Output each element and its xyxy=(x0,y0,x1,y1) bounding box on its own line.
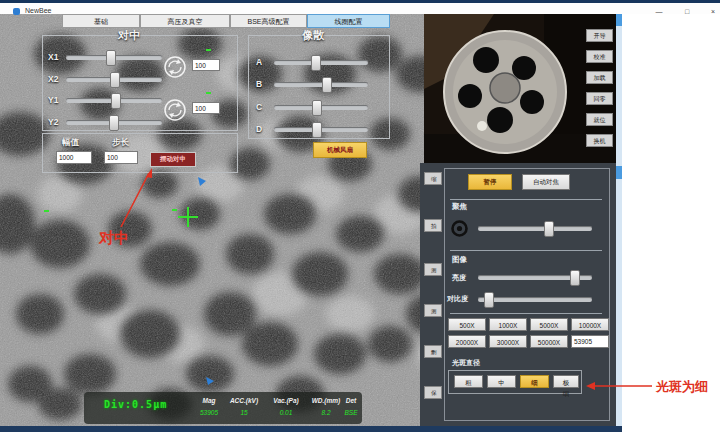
save-tool-button[interactable]: 保存 xyxy=(424,386,442,399)
amplitude-input[interactable] xyxy=(56,151,92,164)
astig-d-slider[interactable] xyxy=(274,127,368,132)
mag-20000x-button[interactable]: 20000X xyxy=(448,335,486,348)
astigmatism-group-title: 像散 xyxy=(302,28,324,43)
divider xyxy=(450,199,602,200)
mag-500x-button[interactable]: 500X xyxy=(448,318,486,331)
taskbar-strip xyxy=(0,426,622,432)
spot-coarse-button[interactable]: 粗 xyxy=(454,375,483,388)
window-title: NewBee xyxy=(25,7,51,14)
tab-hv-vacuum[interactable]: 高压及真空 xyxy=(140,14,230,28)
x1-slider[interactable] xyxy=(66,55,162,60)
divider xyxy=(450,250,602,251)
y1-label: Y1 xyxy=(48,95,58,105)
spot-medium-button[interactable]: 中 xyxy=(487,375,516,388)
centering-annotation-text: 对中 xyxy=(99,229,129,248)
image-section-label: 图像 xyxy=(452,255,467,265)
delete-tool-button[interactable]: 删除 xyxy=(424,345,442,358)
app-logo-icon xyxy=(13,8,20,15)
brightness-slider[interactable] xyxy=(478,275,592,280)
x2-slider[interactable] xyxy=(66,77,162,82)
spot-annotation-text: 光斑为细 xyxy=(656,378,708,396)
in-position-button[interactable]: 就位 xyxy=(586,113,613,126)
mag-5000x-button[interactable]: 5000X xyxy=(530,318,568,331)
centering-group-title: 对中 xyxy=(118,28,140,43)
det-value: BSE xyxy=(340,409,362,416)
mag-value: 53905 xyxy=(196,409,222,416)
centering-group xyxy=(42,35,238,131)
contrast-label: 对比度 xyxy=(447,294,468,304)
spot-size-label: 光斑直径 xyxy=(452,358,480,368)
screenshot-root: NewBee — □ × 基础 高压及真空 BSE高级配置 线圈配置 对中 X1… xyxy=(0,0,720,432)
astig-b-label: B xyxy=(256,79,262,89)
mag-30000x-button[interactable]: 30000X xyxy=(489,335,527,348)
focus-radio-icon[interactable] xyxy=(451,220,468,237)
astig-a-slider[interactable] xyxy=(274,60,368,65)
focus-slider[interactable] xyxy=(478,226,592,231)
measure-distance-tool-button[interactable]: 测距 xyxy=(424,263,442,276)
spot-fine-button[interactable]: 细 xyxy=(520,375,549,388)
wobble-centering-button[interactable]: 摆动对中 xyxy=(150,152,196,167)
load-button[interactable]: 加载 xyxy=(586,71,613,84)
exchange-button[interactable]: 换机 xyxy=(586,134,613,147)
det-column-header: Det xyxy=(340,397,362,404)
step-input[interactable] xyxy=(104,151,138,164)
wobble-rotate-icon-y[interactable] xyxy=(163,98,187,122)
y2-slider[interactable] xyxy=(66,120,162,125)
y-centering-value-input[interactable] xyxy=(192,102,220,114)
mag-column-header: Mag xyxy=(196,397,222,404)
scrollbar-thumb[interactable] xyxy=(616,14,622,26)
wobble-rotate-icon-x[interactable] xyxy=(163,55,187,79)
focus-label: 聚焦 xyxy=(452,202,467,212)
acc-value: 15 xyxy=(224,409,264,416)
tab-basic[interactable]: 基础 xyxy=(62,14,140,28)
home-zero-button[interactable]: 回零 xyxy=(586,92,613,105)
y2-label: Y2 xyxy=(48,117,58,127)
measure-angle-tool-button[interactable]: 测角 xyxy=(424,304,442,317)
tab-coil-config[interactable]: 线圈配置 xyxy=(307,14,390,28)
x-centering-value-input[interactable] xyxy=(192,59,220,71)
acc-column-header: ACC.(kV) xyxy=(224,397,264,404)
amplitude-label: 幅值 xyxy=(62,137,79,149)
mag-10000x-button[interactable]: 10000X xyxy=(571,318,609,331)
astig-a-label: A xyxy=(256,57,262,67)
mechanical-fan-button[interactable]: 机械风扇 xyxy=(313,142,367,158)
close-icon[interactable]: × xyxy=(702,6,720,17)
astig-d-label: D xyxy=(256,124,262,134)
astig-b-slider[interactable] xyxy=(274,82,368,87)
snapshot-tool-button[interactable]: 拍照 xyxy=(424,219,442,232)
spot-ultrafine-button[interactable]: 极细 xyxy=(553,375,579,388)
thumbnail-tool-button[interactable]: 缩略 xyxy=(424,172,442,185)
calibrate-button[interactable]: 校准 xyxy=(586,50,613,63)
minimize-icon[interactable]: — xyxy=(648,6,670,17)
mag-50000x-button[interactable]: 50000X xyxy=(530,335,568,348)
brightness-label: 亮度 xyxy=(452,273,466,283)
vac-value: 0.01 xyxy=(266,409,306,416)
magnification-value-input[interactable] xyxy=(571,335,609,348)
divider xyxy=(450,313,602,314)
contrast-slider[interactable] xyxy=(478,297,592,302)
vac-column-header: Vac.(Pa) xyxy=(266,397,306,404)
title-bar: NewBee — □ × xyxy=(0,3,720,14)
mag-1000x-button[interactable]: 1000X xyxy=(489,318,527,331)
autofocus-button[interactable]: 自动对焦 xyxy=(522,174,570,190)
step-label: 步长 xyxy=(112,137,129,149)
astig-c-label: C xyxy=(256,102,262,112)
scrollbar-thumb[interactable] xyxy=(616,166,622,179)
y1-slider[interactable] xyxy=(66,98,162,103)
scale-division-readout: Div:0.5μm xyxy=(104,399,167,410)
open-navigation-button[interactable]: 开导航 xyxy=(586,29,613,42)
astig-c-slider[interactable] xyxy=(274,105,368,110)
panel-scrollbar[interactable] xyxy=(616,14,622,426)
x2-label: X2 xyxy=(48,74,58,84)
pause-button[interactable]: 暂停 xyxy=(468,174,512,190)
tab-bse-advanced[interactable]: BSE高级配置 xyxy=(230,14,307,28)
x1-label: X1 xyxy=(48,52,58,62)
maximize-icon[interactable]: □ xyxy=(676,6,698,17)
